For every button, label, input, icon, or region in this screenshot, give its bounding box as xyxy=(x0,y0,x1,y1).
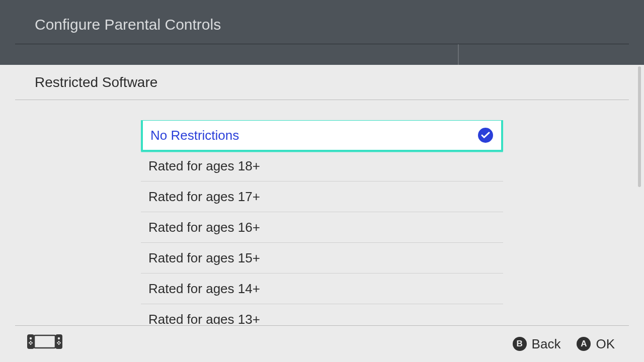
header-tab-indicator xyxy=(458,44,459,65)
option-ages-17[interactable]: Rated for ages 17+ xyxy=(141,182,503,212)
svg-rect-3 xyxy=(34,335,55,348)
ok-label: OK xyxy=(596,336,615,352)
options-list: No Restrictions Rated for ages 18+ Rated… xyxy=(141,120,503,324)
scrollbar[interactable] xyxy=(638,66,641,187)
svg-point-12 xyxy=(58,341,60,342)
svg-point-9 xyxy=(30,343,32,345)
svg-point-10 xyxy=(57,342,58,344)
section-title: Restricted Software xyxy=(35,74,157,90)
check-icon xyxy=(478,128,493,143)
option-ages-13[interactable]: Rated for ages 13+ xyxy=(141,304,503,324)
svg-point-11 xyxy=(59,342,61,344)
controller-icon xyxy=(27,334,62,351)
svg-point-6 xyxy=(29,342,30,344)
option-label: Rated for ages 17+ xyxy=(148,189,260,205)
header-region: Configure Parental Controls xyxy=(0,0,644,65)
b-button-icon: B xyxy=(513,337,527,351)
option-label: Rated for ages 14+ xyxy=(148,281,260,297)
svg-point-8 xyxy=(30,341,32,342)
svg-point-7 xyxy=(31,342,33,344)
option-no-restrictions[interactable]: No Restrictions xyxy=(141,120,503,152)
option-label: Rated for ages 16+ xyxy=(148,220,260,235)
page-title: Configure Parental Controls xyxy=(35,16,221,33)
option-ages-15[interactable]: Rated for ages 15+ xyxy=(141,243,503,274)
svg-point-4 xyxy=(30,337,32,339)
svg-point-5 xyxy=(58,337,60,339)
footer-bar: B Back A OK xyxy=(0,326,644,362)
option-label: Rated for ages 18+ xyxy=(148,158,260,174)
option-ages-14[interactable]: Rated for ages 14+ xyxy=(141,274,503,304)
option-ages-16[interactable]: Rated for ages 16+ xyxy=(141,212,503,243)
option-ages-18[interactable]: Rated for ages 18+ xyxy=(141,151,503,182)
section-divider xyxy=(15,100,629,100)
back-label: Back xyxy=(532,336,561,352)
content-region: Restricted Software No Restrictions Rate… xyxy=(0,65,644,362)
option-label: Rated for ages 13+ xyxy=(148,312,260,325)
header-divider xyxy=(15,44,629,44)
a-button-icon: A xyxy=(577,337,591,351)
option-label: Rated for ages 15+ xyxy=(148,250,260,266)
back-button[interactable]: B Back xyxy=(513,336,561,352)
svg-point-13 xyxy=(58,343,60,345)
option-label: No Restrictions xyxy=(150,128,239,143)
ok-button[interactable]: A OK xyxy=(577,336,615,352)
